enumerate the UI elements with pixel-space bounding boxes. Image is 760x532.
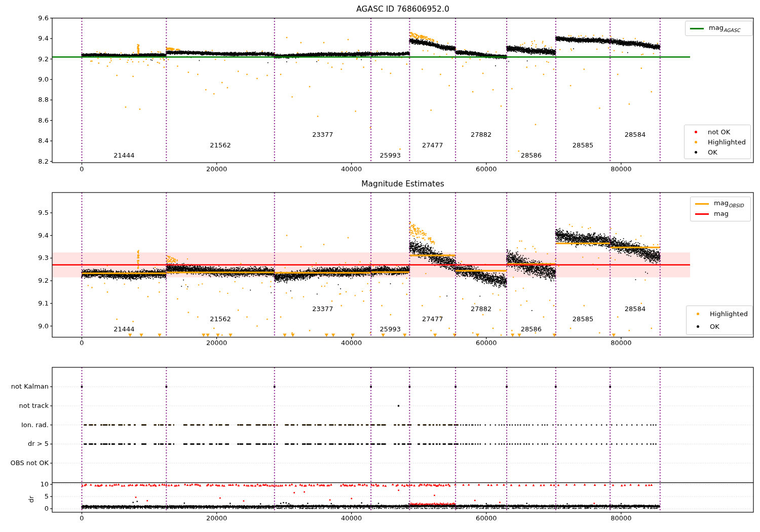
x-tick-label-bottom: 20000 [206, 515, 227, 522]
legend-row: Highlighted [689, 138, 746, 146]
ok-label: OK [708, 148, 717, 156]
segment-label-top: 23377 [312, 131, 333, 138]
y-tick-label-middle: 9.0 [38, 323, 49, 330]
x-tick-label-top: 80000 [611, 166, 631, 173]
y-tick-label-top: 9.4 [38, 35, 49, 42]
legend-row: OK [691, 323, 748, 330]
y-tick-label-middle: 9.4 [38, 232, 49, 239]
y-tick-label-middle: 9.1 [38, 300, 49, 307]
top-legend-point-classes: not OK Highlighted OK [684, 125, 751, 159]
mag-line-swatch [695, 213, 709, 215]
x-tick-label-middle: 40000 [341, 339, 362, 347]
y-tick-label-top: 9.2 [38, 56, 49, 63]
y-tick-label-top: 8.6 [38, 117, 49, 124]
mag-agasc-line-swatch [690, 28, 704, 29]
segment-label-middle: 27477 [422, 316, 443, 323]
figure: AGASC ID 768606952.0 Magnitude Estimates… [0, 0, 760, 532]
middle-plot-title: Magnitude Estimates [361, 180, 444, 188]
category-label: not track [19, 402, 49, 409]
mag-label: mag [714, 210, 729, 219]
segment-label-top: 21444 [113, 152, 134, 159]
segment-label-middle: 21562 [210, 316, 231, 323]
x-tick-label-top: 40000 [341, 166, 362, 173]
segment-label-top: 27477 [422, 142, 443, 149]
y-tick-label-top: 8.4 [38, 137, 49, 144]
x-tick-label-middle: 20000 [206, 339, 227, 347]
y-tick-label-top: 8.8 [38, 96, 49, 103]
category-label: OBS not OK [11, 460, 49, 467]
y-tick-label-top: 9.0 [38, 76, 49, 83]
y-tick-label-middle: 9.3 [38, 254, 49, 261]
middle-legend-lines: magOBSID mag [690, 197, 751, 221]
x-tick-label-bottom: 0 [80, 515, 84, 522]
segment-label-middle: 21444 [113, 326, 134, 333]
x-tick-label-middle: 60000 [476, 339, 497, 347]
dr-tick-label: 5 [45, 493, 49, 500]
x-tick-label-middle: 0 [80, 339, 84, 347]
category-label: not Kalman [11, 383, 49, 390]
mag-agasc-label: magAGASC [709, 24, 740, 33]
top-legend-mag-agasc: magAGASC [685, 21, 753, 36]
mag-obsid-label: magOBSID [714, 199, 744, 208]
not-ok-label: not OK [708, 128, 730, 136]
segment-label-middle: 28585 [573, 316, 593, 323]
x-tick-label-top: 0 [80, 166, 84, 173]
segment-label-middle: 27882 [471, 306, 491, 313]
highlighted-label: Highlighted [710, 310, 748, 318]
highlighted-dot-icon [695, 141, 697, 143]
dr-tick-label: 10 [40, 481, 49, 488]
segment-label-top: 25993 [380, 152, 401, 159]
x-tick-label-bottom: 60000 [476, 515, 497, 522]
dr-tick-label: 0 [45, 505, 49, 512]
legend-row: mag [695, 210, 746, 219]
legend-row: magAGASC [690, 24, 748, 33]
legend-row: not OK [689, 128, 746, 136]
segment-label-middle: 28586 [521, 326, 542, 333]
category-label: dr > 5 [28, 440, 49, 447]
highlighted-dot-icon [697, 313, 699, 315]
segment-label-top: 27882 [471, 131, 491, 138]
segment-label-top: 28586 [521, 152, 542, 159]
y-tick-label-top: 9.6 [38, 15, 49, 22]
x-tick-label-top: 20000 [206, 166, 227, 173]
ok-dot-icon [697, 325, 699, 328]
segment-label-middle: 23377 [312, 306, 333, 313]
legend-row: Highlighted [691, 310, 748, 318]
segment-label-top: 28585 [573, 142, 593, 149]
x-tick-label-bottom: 40000 [341, 515, 362, 522]
y-tick-label-middle: 9.2 [38, 277, 49, 284]
plots-canvas [0, 0, 760, 532]
x-tick-label-bottom: 80000 [611, 515, 631, 522]
x-tick-label-top: 60000 [476, 166, 497, 173]
middle-legend-point-classes: Highlighted OK [686, 306, 753, 335]
segment-label-top: 28584 [625, 131, 645, 138]
top-plot-title: AGASC ID 768606952.0 [356, 5, 449, 14]
x-tick-label-middle: 80000 [611, 339, 631, 347]
segment-label-top: 21562 [210, 142, 231, 149]
dr-axis-label: dr [28, 490, 35, 503]
ok-label: OK [710, 323, 719, 330]
segment-label-middle: 28584 [625, 306, 645, 313]
y-tick-label-middle: 9.5 [38, 209, 49, 216]
legend-row: OK [689, 148, 746, 156]
category-label: Ion. rad. [21, 422, 49, 429]
legend-row: magOBSID [695, 199, 746, 208]
mag-obsid-line-swatch [695, 203, 709, 205]
not-ok-dot-icon [695, 131, 697, 133]
segment-label-middle: 25993 [380, 326, 401, 333]
y-tick-label-top: 8.2 [38, 158, 49, 165]
ok-dot-icon [695, 151, 697, 154]
highlighted-label: Highlighted [708, 138, 746, 146]
